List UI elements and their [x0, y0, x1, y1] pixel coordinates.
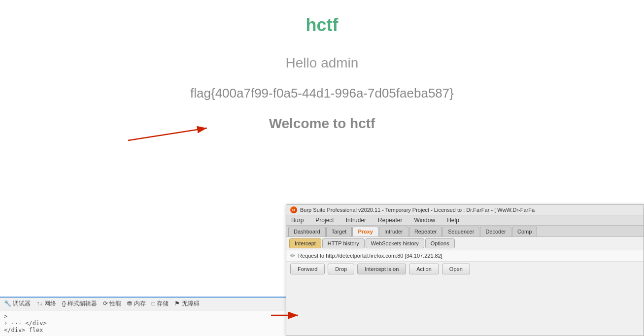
subtab-websockets-history[interactable]: WebSockets history [366, 238, 424, 248]
forward-arrow [269, 309, 305, 321]
hello-text: Hello admin [286, 55, 359, 71]
devtools-storage[interactable]: □ 存储 [152, 300, 169, 308]
burp-action-bar: Forward Drop Intercept is on Action Open [286, 262, 644, 276]
burp-logo-icon: B [290, 206, 297, 213]
burp-title-text: Burp Suite Professional v2020.11 - Tempo… [300, 207, 535, 213]
devtools-debugger[interactable]: 🔧 调试器 [4, 300, 31, 308]
subtab-options[interactable]: Options [425, 238, 455, 248]
burp-tabs: Dashboard Target Proxy Intruder Repeater… [286, 226, 644, 237]
tab-dashboard[interactable]: Dashboard [288, 227, 326, 236]
tab-sequencer[interactable]: Sequencer [442, 227, 479, 236]
forward-button[interactable]: Forward [290, 264, 325, 274]
menu-project[interactable]: Project [313, 216, 336, 224]
burp-subtabs: Intercept HTTP history WebSockets histor… [286, 237, 644, 250]
subtab-http-history[interactable]: HTTP history [322, 238, 365, 248]
flag-text: flag{400a7f99-f0a5-44d1-996a-7d05faeba58… [190, 86, 454, 101]
tab-repeater[interactable]: Repeater [409, 227, 442, 236]
annotation-arrow [123, 118, 222, 148]
menu-burp[interactable]: Burp [289, 216, 305, 224]
devtools-style-editor[interactable]: {} 样式编辑器 [62, 300, 97, 308]
action-button[interactable]: Action [409, 264, 439, 274]
edit-icon: ✏ [290, 252, 295, 259]
open-button[interactable]: Open [442, 264, 470, 274]
devtools-performance[interactable]: ⟳ 性能 [103, 300, 121, 308]
welcome-text: Welcome to hctf [269, 116, 375, 132]
menu-help[interactable]: Help [445, 216, 461, 224]
request-url: Request to http://detectportal.firefox.c… [298, 253, 442, 259]
tab-proxy[interactable]: Proxy [352, 227, 378, 236]
svg-line-1 [128, 128, 207, 140]
burp-window: B Burp Suite Professional v2020.11 - Tem… [286, 204, 644, 336]
drop-button[interactable]: Drop [328, 264, 354, 274]
tab-decoder[interactable]: Decoder [480, 227, 511, 236]
intercept-is-on-button[interactable]: Intercept is on [357, 264, 406, 274]
tab-comp[interactable]: Comp [512, 227, 537, 236]
tab-intruder[interactable]: Intruder [379, 227, 408, 236]
burp-menubar: Burp Project Intruder Repeater Window He… [286, 215, 644, 226]
devtools-network[interactable]: ↑↓ 网络 [36, 300, 56, 308]
menu-window[interactable]: Window [412, 216, 437, 224]
burp-titlebar: B Burp Suite Professional v2020.11 - Tem… [286, 205, 644, 215]
menu-intruder[interactable]: Intruder [344, 216, 368, 224]
devtools-memory[interactable]: ⛃ 内存 [127, 300, 145, 308]
page-title: hctf [306, 15, 339, 35]
menu-repeater[interactable]: Repeater [376, 216, 404, 224]
subtab-intercept[interactable]: Intercept [289, 238, 321, 248]
devtools-accessibility[interactable]: ⚑ 无障碍 [174, 300, 199, 308]
devtools-code: >› ··· </div></div> flex [4, 313, 47, 334]
tab-target[interactable]: Target [326, 227, 352, 236]
burp-request-info: ✏ Request to http://detectportal.firefox… [286, 250, 644, 262]
